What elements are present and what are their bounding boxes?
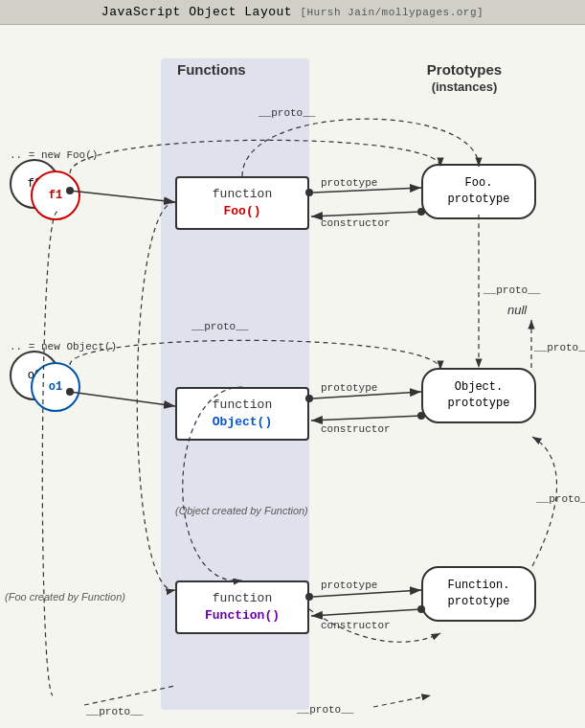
svg-text:constructor: constructor: [321, 423, 391, 435]
f1-circle: f1: [31, 171, 80, 220]
foo-instance-group: .. = new Foo() f2 f1: [10, 149, 98, 166]
svg-text:prototype: prototype: [321, 580, 377, 591]
title-bar: JavaScript Object Layout [Hursh Jain/mol…: [0, 0, 585, 25]
new-foo-label: .. = new Foo(): [10, 149, 98, 161]
svg-text:__proto__: __proto__: [483, 284, 541, 296]
svg-text:constructor: constructor: [321, 217, 391, 229]
svg-line-18: [311, 416, 421, 421]
svg-line-25: [313, 590, 421, 597]
svg-line-6: [313, 188, 421, 193]
obj-func-box: function Object(): [175, 387, 309, 441]
fn-proto-box: Function. prototype: [421, 566, 536, 622]
svg-line-9: [311, 212, 421, 216]
svg-line-15: [313, 392, 421, 398]
foo-created-note: (Foo created by Function): [5, 590, 125, 603]
author-label: [Hursh Jain/mollypages.org]: [300, 7, 484, 18]
page-title: JavaScript Object Layout: [101, 5, 292, 19]
obj-created-note: (Object created by Function): [175, 504, 308, 517]
svg-text:prototype: prototype: [321, 177, 377, 189]
functions-header: Functions: [177, 61, 246, 78]
obj-instance-group: .. = new Object() o2 o1: [10, 341, 117, 357]
foo-proto-box: Foo. prototype: [421, 164, 536, 219]
obj-proto-box: Object. prototype: [421, 368, 536, 423]
prototypes-header: Prototypes(instances): [397, 61, 531, 94]
svg-text:prototype: prototype: [321, 382, 377, 394]
svg-text:__proto__: __proto__: [535, 493, 585, 505]
foo-func-box: function Foo(): [175, 176, 309, 230]
svg-text:__proto__: __proto__: [85, 706, 144, 717]
svg-text:constructor: constructor: [321, 620, 391, 631]
svg-line-34: [373, 695, 431, 707]
fn-func-box: function Function(): [175, 580, 309, 634]
o1-circle: o1: [31, 362, 80, 412]
svg-text:__proto__: __proto__: [533, 342, 585, 353]
svg-line-28: [311, 609, 421, 616]
null-label: null: [507, 303, 527, 317]
svg-line-13: [70, 392, 175, 406]
svg-line-4: [70, 191, 175, 202]
new-obj-label: .. = new Object(): [10, 341, 117, 353]
